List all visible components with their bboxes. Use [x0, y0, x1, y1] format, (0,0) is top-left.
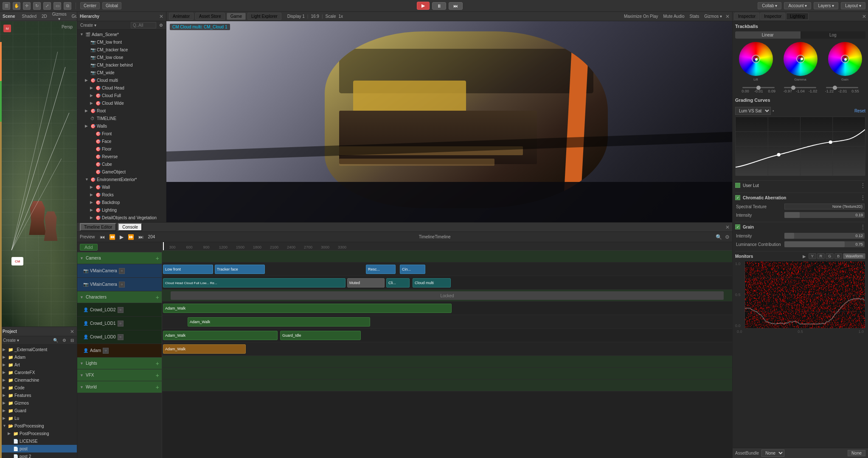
project-item-external-content[interactable]: ▶ 📁 _ExternalContent	[0, 346, 77, 353]
mute-audio-btn[interactable]: Mute Audio	[661, 14, 686, 19]
tab-animator[interactable]: Animator	[169, 13, 194, 20]
track-mute-crowd1[interactable]: ○	[118, 321, 124, 327]
lift-slider[interactable]	[742, 87, 775, 88]
track-expand-lights[interactable]: ▼	[80, 361, 84, 366]
project-item-gizmos[interactable]: ▶ 📁 Gizmos	[0, 399, 77, 407]
unity-icon[interactable]: ☰	[3, 2, 10, 10]
scene-canvas[interactable]: CM M Persp	[0, 21, 77, 327]
pause-button[interactable]: ⏸	[432, 2, 446, 10]
hierarchy-item-cloud-wide[interactable]: ▶ 🎯 Cloud Wide	[77, 99, 166, 107]
project-item-license[interactable]: 📄 LICENSE	[0, 437, 77, 445]
play-button[interactable]: ▶	[417, 2, 430, 10]
layers-button[interactable]: Layers ▾	[814, 2, 838, 9]
timeline-play[interactable]: ▶	[118, 234, 125, 240]
project-item-lu[interactable]: ▶ 📁 Lu	[0, 414, 77, 422]
hierarchy-panel-close[interactable]: ✕	[159, 14, 163, 20]
layout-button[interactable]: Layout ▾	[841, 2, 865, 9]
clip-adam-walk-adam[interactable]: Adam_Walk	[163, 344, 246, 354]
spectral-texture-value[interactable]: None (Texture2D)	[784, 204, 865, 209]
hierarchy-item-adam-scene[interactable]: ▼ 🎬 Adam_Scene*	[77, 31, 166, 38]
curves-canvas[interactable]	[735, 117, 865, 176]
hierarchy-item-cube[interactable]: 🎯 Cube	[77, 160, 166, 168]
clip-cin[interactable]: Cin...	[400, 265, 425, 274]
track-add-lights[interactable]: +	[156, 360, 159, 367]
clip-muted[interactable]: Muted	[347, 278, 385, 288]
tab-game[interactable]: Game	[227, 13, 246, 20]
project-search-btn[interactable]: 🔍	[52, 338, 59, 343]
grain-luminance-slider[interactable]: 0.75	[784, 241, 865, 247]
hierarchy-item-cm-wide[interactable]: 📷 CM_wide	[77, 69, 166, 76]
asset-bundle-select[interactable]: None	[761, 450, 784, 457]
project-create-btn[interactable]: Create ▾	[2, 338, 20, 343]
hierarchy-item-cloud-multi[interactable]: ▶ 🎯 Cloud multi	[77, 76, 166, 84]
monitors-tab-y[interactable]: Y	[809, 253, 816, 259]
hierarchy-item-reverse[interactable]: 🎯 Reverse	[77, 153, 166, 160]
trackball-gain-wheel[interactable]	[828, 42, 862, 76]
tab-inspector-1[interactable]: Inspector	[734, 13, 759, 20]
track-mute-crowd2[interactable]: ○	[118, 307, 124, 313]
clip-low-front[interactable]: Low front	[163, 265, 213, 274]
hierarchy-item-front[interactable]: 🎯 Front	[77, 130, 166, 137]
track-expand-vfx[interactable]: ▼	[80, 373, 84, 377]
transform-tool[interactable]: ⧉	[64, 2, 71, 10]
tab-asset-store[interactable]: Asset Store	[195, 13, 225, 20]
hierarchy-item-floor[interactable]: 🎯 Floor	[77, 145, 166, 153]
monitors-tab-r[interactable]: R	[817, 253, 825, 259]
right-panel-close[interactable]: ✕	[862, 14, 866, 20]
step-button[interactable]: ⏭	[449, 2, 463, 10]
timeline-go-end[interactable]: ⏭	[137, 234, 145, 240]
timeline-settings[interactable]: ⚙	[725, 234, 730, 240]
clip-cloud-multi-2[interactable]: Cloud multi	[413, 278, 451, 288]
hierarchy-item-walls[interactable]: ▶ 🎯 Walls	[77, 122, 166, 130]
clip-cloud-multi[interactable]: Cloud Head Cloud Full Low... Re...	[163, 278, 346, 288]
monitors-play-btn[interactable]: ▶	[803, 254, 806, 259]
clip-cli[interactable]: Cli...	[386, 278, 410, 288]
clip-adam-walk-lod1[interactable]: Adam_Walk	[188, 317, 370, 327]
track-mute-crowd0[interactable]: ○	[118, 334, 124, 340]
tab-light-explorer[interactable]: Light Explorer	[247, 13, 281, 20]
project-settings-btn[interactable]: ⚙	[61, 338, 67, 343]
scale-tool[interactable]: ⤢	[43, 2, 51, 10]
timeline-search-btn[interactable]: 🔍	[714, 234, 723, 240]
project-item-guard[interactable]: ▶ 📁 Guard	[0, 407, 77, 414]
hierarchy-item-detail-objects[interactable]: ▶ 🎯 DetailObjects and Vegetation	[77, 214, 166, 221]
hierarchy-item-backdrop[interactable]: ▶ 🎯 Backdrop	[77, 198, 166, 206]
project-item-cinemachine[interactable]: ▶ 📁 Cinemachine	[0, 376, 77, 384]
project-layout-btn[interactable]: ⊟	[69, 338, 75, 343]
clip-tracker-face[interactable]: Tracker face	[215, 265, 265, 274]
move-tool[interactable]: ✛	[23, 2, 31, 10]
stats-btn[interactable]: Stats	[688, 14, 701, 19]
center-button[interactable]: Center	[80, 2, 100, 9]
rect-tool[interactable]: ▭	[53, 2, 61, 10]
track-mute-2[interactable]: ○	[119, 282, 125, 288]
hierarchy-item-cm-tracker-behind[interactable]: 📷 CM_tracker behind	[77, 61, 166, 69]
chromatic-aberration-menu[interactable]: ⋮	[860, 195, 865, 201]
project-item-art[interactable]: ▶ 📁 Art	[0, 361, 77, 369]
grain-intensity-slider[interactable]: 0.12	[784, 233, 865, 239]
tab-timeline-editor[interactable]: Timeline Editor	[80, 223, 116, 231]
timeline-next-frame[interactable]: ⏩	[126, 234, 135, 240]
hierarchy-item-cloud-head[interactable]: ▶ 🎯 Cloud Head	[77, 84, 166, 92]
curves-mode-select[interactable]: Lum VS Sat	[735, 107, 771, 115]
hierarchy-item-cm-low-front[interactable]: 📷 CM_low front	[77, 38, 166, 46]
hierarchy-item-environment-exterior[interactable]: ▼ 🎯 EnvironmentExterior*	[77, 176, 166, 183]
project-item-postprocessing-sub[interactable]: ▶ 📁 PostProcessing	[0, 430, 77, 437]
track-mute-1[interactable]: ○	[119, 268, 125, 274]
hierarchy-item-face[interactable]: 🎯 Face	[77, 137, 166, 145]
asset-bundle-none-btn[interactable]: None	[848, 450, 865, 456]
track-expand-world[interactable]: ▼	[80, 385, 84, 389]
hand-tool[interactable]: ✋	[13, 2, 20, 10]
scene-shaded-btn[interactable]: Shaded	[20, 12, 38, 22]
timeline-go-start[interactable]: ⏮	[98, 234, 106, 240]
hierarchy-settings-btn[interactable]: ⚙	[158, 22, 164, 28]
user-lut-checkbox[interactable]	[735, 183, 740, 188]
track-add-vfx[interactable]: +	[156, 372, 159, 379]
track-expand-characters[interactable]: ▼	[80, 295, 84, 299]
tab-inspector-2[interactable]: Inspector	[760, 13, 785, 20]
track-add-camera[interactable]: +	[156, 255, 159, 262]
trackball-lift-wheel[interactable]	[739, 42, 773, 76]
hierarchy-item-rocks[interactable]: ▶ 🎯 Rocks	[77, 191, 166, 198]
timeline-prev-frame[interactable]: ⏪	[108, 234, 117, 240]
gamma-slider[interactable]	[784, 87, 816, 88]
scene-all-btn[interactable]: GrAll	[70, 12, 77, 22]
